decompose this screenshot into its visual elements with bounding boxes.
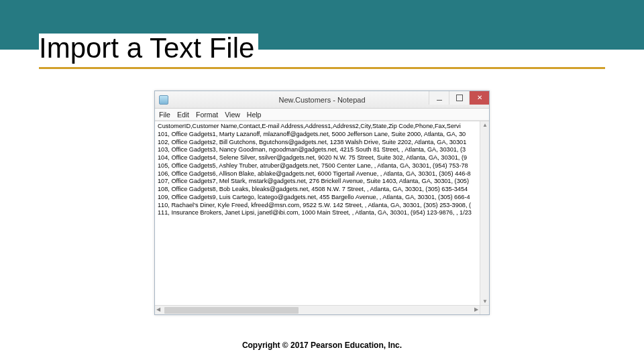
menu-view[interactable]: View [225,111,240,119]
text-lines[interactable]: CustomerID,Customer Name,Contact,E-mail … [155,121,480,305]
text-line: 106, Office Gadgets6, Allison Blake, abl… [158,170,477,178]
text-line: 110, Rachael's Diner, Kyle Freed, kfreed… [158,202,477,210]
menu-edit[interactable]: Edit [177,111,189,119]
text-line: CustomerID,Customer Name,Contact,E-mail … [158,123,477,131]
maximize-button[interactable] [449,91,469,105]
text-line: 107, Office Gadgets7, Mel Stark, mstark@… [158,178,477,186]
text-line: 108, Office Gadgets8, Bob Leaks, bleaks@… [158,186,477,194]
vertical-scrollbar[interactable] [480,121,489,305]
window-titlebar[interactable]: New.Customers - Notepad [155,91,489,109]
text-content-area[interactable]: CustomerID,Customer Name,Contact,E-mail … [155,121,489,314]
minimize-button[interactable] [429,91,449,105]
text-line: 104, Office Gadgets4, Selene Silver, ssi… [158,154,477,162]
title-underline [39,67,605,69]
text-line: 105, Office Gadgets5, Ashley Truber, atr… [158,162,477,170]
window-title: New.Customers - Notepad [279,96,366,104]
text-line: 111, Insurance Brokers, Janet Lipsi, jan… [158,209,477,217]
menu-help[interactable]: Help [247,111,262,119]
notepad-app-icon [159,95,168,105]
horizontal-scrollbar-thumb[interactable] [164,307,299,314]
scroll-corner [480,305,489,314]
slide-title: Import a Text File [39,34,258,63]
text-line: 101, Office Gadgets1, Marty Lazanoff, ml… [158,131,477,139]
menubar: File Edit Format View Help [155,109,489,121]
text-line: 103, Office Gadgets3, Nancy Goodman, ngo… [158,146,477,154]
close-button[interactable] [469,91,489,105]
text-line: 102, Office Gadgets2, Bill Gutchons, Bgu… [158,139,477,147]
menu-file[interactable]: File [159,111,170,119]
menu-format[interactable]: Format [196,111,218,119]
copyright-text: Copyright © 2017 Pearson Education, Inc. [0,341,644,350]
horizontal-scrollbar[interactable] [155,305,480,314]
window-controls [429,91,489,105]
notepad-window: New.Customers - Notepad File Edit Format… [154,90,490,315]
text-line: 109, Office Gadgets9, Luis Cartego, lcat… [158,194,477,202]
